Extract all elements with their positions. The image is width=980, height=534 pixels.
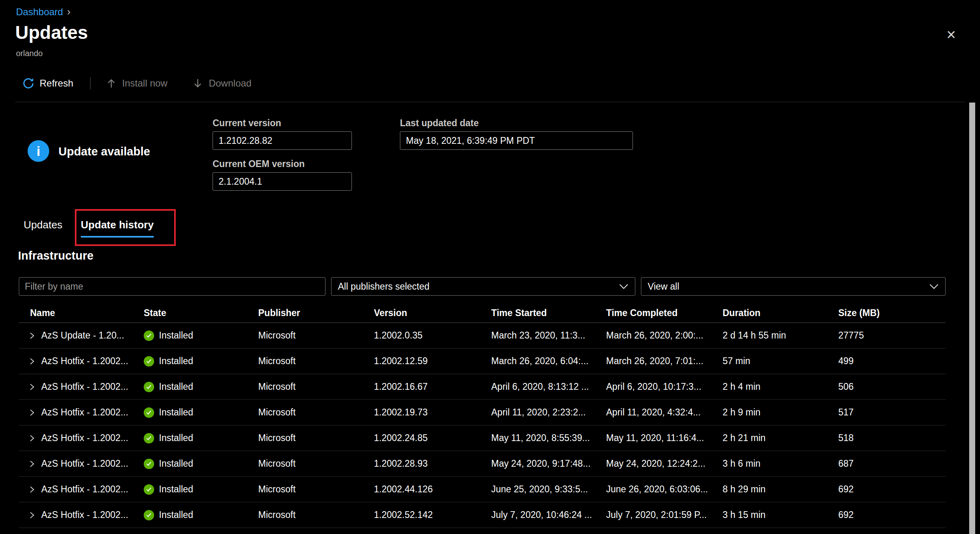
expand-chevron-icon[interactable] bbox=[29, 434, 35, 442]
update-name: AzS Hotfix - 1.2002... bbox=[41, 458, 128, 469]
time-started-cell: May 11, 2020, 8:55:39... bbox=[491, 433, 606, 443]
installed-check-icon bbox=[144, 330, 154, 341]
column-header: Version bbox=[374, 308, 491, 318]
publisher-cell: Microsoft bbox=[258, 407, 374, 418]
state-label: Installed bbox=[159, 484, 193, 495]
column-header: Name bbox=[19, 308, 144, 318]
expand-chevron-icon[interactable] bbox=[29, 486, 35, 494]
toolbar: Refresh Install now Download bbox=[16, 73, 251, 94]
close-button[interactable]: × bbox=[942, 25, 961, 44]
update-name: AzS Hotfix - 1.2002... bbox=[41, 484, 128, 495]
duration-cell: 2 h 9 min bbox=[723, 407, 838, 418]
vertical-scrollbar-thumb[interactable] bbox=[969, 103, 975, 534]
table-row[interactable]: AzS Hotfix - 1.2002... Installed Microso… bbox=[19, 502, 946, 528]
size-cell: 27775 bbox=[838, 330, 946, 341]
installed-check-icon bbox=[144, 459, 154, 469]
publishers-dropdown[interactable]: All publishers selected bbox=[331, 277, 635, 296]
toolbar-divider bbox=[15, 102, 965, 102]
install-now-button[interactable]: Install now bbox=[106, 78, 167, 89]
size-cell: 499 bbox=[838, 356, 946, 367]
time-started-cell: March 26, 2020, 6:04:... bbox=[491, 356, 606, 367]
table-row[interactable]: AzS Hotfix - 1.2002... Installed Microso… bbox=[19, 400, 946, 425]
oem-version-label: Current OEM version bbox=[213, 159, 305, 169]
expand-chevron-icon[interactable] bbox=[29, 511, 35, 519]
close-icon: × bbox=[946, 26, 956, 44]
tab-update-history[interactable]: Update history bbox=[81, 219, 154, 238]
breadcrumb: Dashboard › bbox=[16, 6, 70, 18]
section-title: Infrastructure bbox=[18, 249, 94, 262]
table-row[interactable]: AzS Update - 1.20... Installed Microsoft… bbox=[19, 323, 946, 349]
update-name: AzS Hotfix - 1.2002... bbox=[41, 381, 128, 392]
updates-blade: Dashboard › Updates orlando × Refresh I bbox=[0, 0, 980, 534]
tab-updates[interactable]: Updates bbox=[24, 219, 62, 236]
table-row[interactable]: AzS Hotfix - 1.2002... Installed Microso… bbox=[19, 374, 946, 400]
time-completed-cell: April 11, 2020, 4:32:4... bbox=[606, 407, 723, 418]
size-cell: 692 bbox=[838, 510, 946, 520]
publisher-cell: Microsoft bbox=[258, 330, 374, 341]
expand-chevron-icon[interactable] bbox=[29, 409, 35, 417]
last-updated-input[interactable] bbox=[400, 131, 633, 150]
breadcrumb-dashboard-link[interactable]: Dashboard bbox=[16, 6, 63, 18]
version-cell: 1.2002.0.35 bbox=[374, 330, 491, 341]
time-started-cell: June 25, 2020, 9:33:5... bbox=[491, 484, 606, 495]
table-row[interactable]: AzS Hotfix - 1.2002... Installed Microso… bbox=[19, 477, 946, 502]
time-completed-cell: May 11, 2020, 11:16:4... bbox=[606, 433, 723, 443]
table-body: AzS Update - 1.20... Installed Microsoft… bbox=[19, 323, 946, 528]
version-cell: 1.2002.19.73 bbox=[374, 407, 491, 418]
table-row[interactable]: AzS Hotfix - 1.2002... Installed Microso… bbox=[19, 425, 946, 451]
view-dropdown-value: View all bbox=[648, 281, 679, 292]
expand-chevron-icon[interactable] bbox=[29, 332, 35, 340]
publisher-cell: Microsoft bbox=[258, 510, 374, 520]
table-row[interactable]: AzS Hotfix - 1.2002... Installed Microso… bbox=[19, 349, 946, 374]
version-cell: 1.2002.52.142 bbox=[374, 510, 491, 520]
current-version-input[interactable] bbox=[213, 131, 352, 150]
install-now-label: Install now bbox=[122, 78, 167, 89]
state-label: Installed bbox=[159, 458, 193, 469]
expand-chevron-icon[interactable] bbox=[29, 460, 35, 468]
expand-chevron-icon[interactable] bbox=[29, 383, 35, 391]
publisher-cell: Microsoft bbox=[258, 458, 374, 469]
breadcrumb-chevron-icon: › bbox=[67, 6, 70, 18]
size-cell: 518 bbox=[838, 433, 946, 443]
update-available-label: Update available bbox=[58, 145, 150, 158]
table-row[interactable]: AzS Hotfix - 1.2002... Installed Microso… bbox=[19, 451, 946, 477]
duration-cell: 8 h 29 min bbox=[723, 484, 838, 495]
time-completed-cell: June 26, 2020, 6:03:06... bbox=[606, 484, 723, 495]
duration-cell: 57 min bbox=[723, 356, 838, 367]
refresh-icon bbox=[22, 77, 34, 89]
publisher-cell: Microsoft bbox=[258, 484, 374, 495]
size-cell: 517 bbox=[838, 407, 946, 418]
time-completed-cell: March 26, 2020, 2:00:... bbox=[606, 330, 723, 341]
version-cell: 1.2002.24.85 bbox=[374, 433, 491, 443]
download-label: Download bbox=[209, 78, 251, 89]
version-cell: 1.2002.44.126 bbox=[374, 484, 491, 495]
view-dropdown[interactable]: View all bbox=[641, 277, 946, 296]
update-name: AzS Hotfix - 1.2002... bbox=[41, 433, 128, 443]
publisher-cell: Microsoft bbox=[258, 381, 374, 392]
publishers-dropdown-value: All publishers selected bbox=[338, 281, 430, 292]
oem-version-input[interactable] bbox=[213, 172, 352, 191]
download-arrow-icon bbox=[192, 78, 203, 89]
installed-check-icon bbox=[144, 407, 154, 418]
tab-bar: Updates Update history bbox=[24, 219, 154, 238]
version-cell: 1.2002.16.67 bbox=[374, 381, 491, 392]
refresh-button[interactable]: Refresh bbox=[22, 77, 73, 89]
last-updated-label: Last updated date bbox=[400, 118, 479, 129]
installed-check-icon bbox=[144, 510, 154, 520]
duration-cell: 3 h 6 min bbox=[723, 458, 838, 469]
state-label: Installed bbox=[159, 330, 193, 341]
column-header: Duration bbox=[723, 308, 838, 318]
download-button[interactable]: Download bbox=[192, 78, 251, 89]
name-filter-input[interactable] bbox=[19, 277, 325, 296]
duration-cell: 2 h 4 min bbox=[723, 381, 838, 392]
time-completed-cell: July 7, 2020, 2:01:59 P... bbox=[606, 510, 723, 520]
column-header: Time Completed bbox=[606, 308, 723, 318]
expand-chevron-icon[interactable] bbox=[29, 357, 35, 365]
update-name: AzS Update - 1.20... bbox=[41, 330, 124, 341]
state-label: Installed bbox=[159, 407, 193, 418]
version-cell: 1.2002.28.93 bbox=[374, 458, 491, 469]
time-started-cell: April 11, 2020, 2:23:2... bbox=[491, 407, 606, 418]
column-header: Publisher bbox=[258, 308, 374, 318]
chevron-down-icon bbox=[929, 284, 939, 289]
time-completed-cell: April 6, 2020, 10:17:3... bbox=[606, 381, 723, 392]
